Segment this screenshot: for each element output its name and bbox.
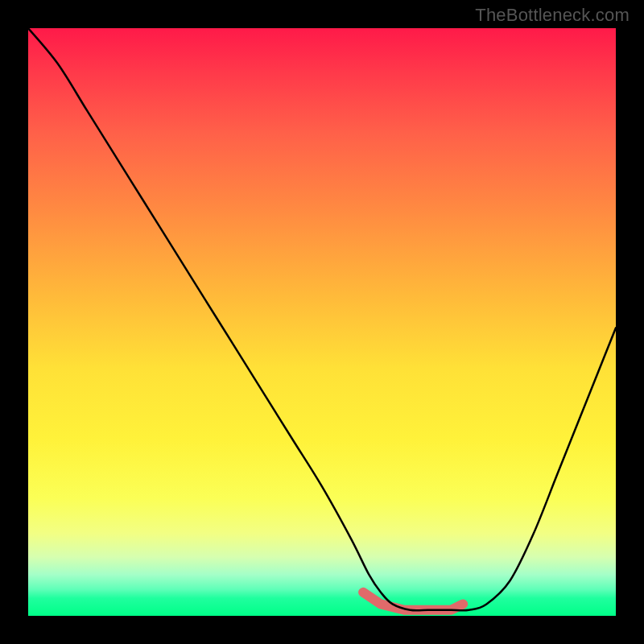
optimal-segment-path [363, 592, 463, 610]
watermark-text: TheBottleneck.com [475, 5, 630, 26]
curve-svg [28, 28, 616, 616]
plot-area [28, 28, 616, 616]
chart-frame: TheBottleneck.com [0, 0, 644, 644]
bottleneck-curve-path [28, 28, 616, 610]
